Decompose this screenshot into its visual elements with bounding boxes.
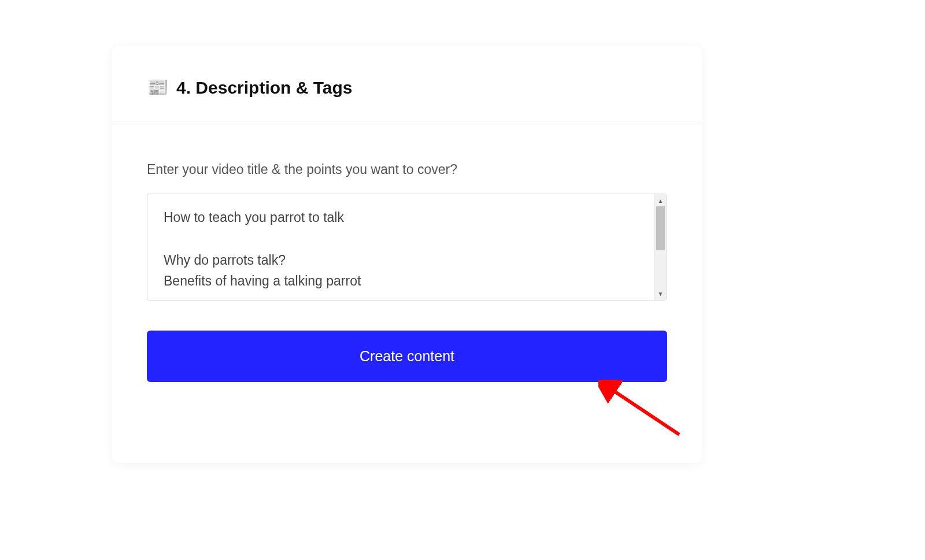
card-footer-space [112,399,702,463]
textarea-wrapper: ▲ ▼ [147,194,667,301]
prompt-label: Enter your video title & the points you … [147,162,667,177]
scroll-thumb[interactable] [656,206,665,250]
scroll-down-arrow-icon[interactable]: ▼ [654,288,667,299]
card-body: Enter your video title & the points you … [112,121,702,399]
newspaper-icon: 📰 [147,79,168,96]
scrollbar[interactable]: ▲ ▼ [654,194,667,300]
description-tags-card: 📰 4. Description & Tags Enter your video… [112,46,702,463]
card-header: 📰 4. Description & Tags [112,46,702,121]
create-content-button[interactable]: Create content [147,331,667,382]
scroll-up-arrow-icon[interactable]: ▲ [654,195,667,206]
video-title-points-input[interactable] [147,194,654,300]
section-title: 4. Description & Tags [176,78,353,98]
